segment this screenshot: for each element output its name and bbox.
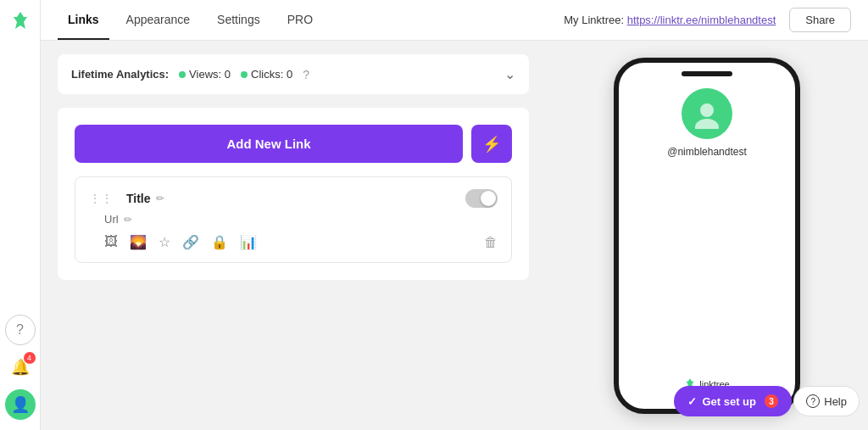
help-circle-icon: ? <box>806 394 820 408</box>
link-card-header: ⋮⋮ Title ✏ <box>89 189 498 208</box>
analytics-label: Lifetime Analytics: <box>71 68 169 81</box>
views-dot <box>179 71 186 78</box>
right-panel: @nimblehandtest linktree ✓ Get set up 3 … <box>546 41 868 430</box>
get-set-up-label: Get set up <box>702 395 756 408</box>
add-new-link-button[interactable]: Add New Link <box>75 125 463 163</box>
add-link-section: Add New Link ⚡ ⋮⋮ Title ✏ <box>58 108 529 280</box>
link-icon[interactable]: 🔗 <box>182 234 199 250</box>
link-card-actions: 🖼 🌄 ☆ 🔗 🔒 📊 🗑 <box>104 234 498 250</box>
views-value: Views: 0 <box>189 68 231 81</box>
tab-pro[interactable]: PRO <box>277 0 323 40</box>
linktree-url-label: My Linktree: https://linktr.ee/nimblehan… <box>564 14 776 26</box>
share-button[interactable]: Share <box>789 8 851 32</box>
link-card-title-row: Title ✏ <box>126 192 164 205</box>
action-icons-group: 🖼 🌄 ☆ 🔗 🔒 📊 <box>104 234 484 250</box>
notification-sidebar-icon[interactable]: 🔔 4 <box>5 352 36 383</box>
toggle-knob <box>481 191 496 206</box>
topnav-right: My Linktree: https://linktr.ee/nimblehan… <box>564 8 851 32</box>
phone-notch <box>682 71 732 76</box>
phone-username: @nimblehandtest <box>667 146 747 158</box>
linktree-url-link[interactable]: https://linktr.ee/nimblehandtest <box>627 14 776 26</box>
tab-links[interactable]: Links <box>58 0 109 40</box>
notification-badge: 4 <box>24 352 36 364</box>
link-card-url-row: Url ✏ <box>104 213 498 226</box>
url-label: Url <box>104 213 119 226</box>
topnav: Links Appearance Settings PRO My Linktre… <box>41 0 868 41</box>
help-label: Help <box>824 395 847 408</box>
delete-icon[interactable]: 🗑 <box>484 235 498 250</box>
analytics-chevron-icon[interactable]: ⌄ <box>504 66 515 82</box>
chart-icon[interactable]: 📊 <box>240 234 257 250</box>
views-stat: Views: 0 <box>179 68 231 81</box>
left-panel: Lifetime Analytics: Views: 0 Clicks: 0 ?… <box>41 41 546 430</box>
add-link-row: Add New Link ⚡ <box>75 125 512 163</box>
get-set-up-button[interactable]: ✓ Get set up 3 <box>674 386 792 416</box>
tab-settings[interactable]: Settings <box>207 0 270 40</box>
link-card: ⋮⋮ Title ✏ Url ✏ <box>75 176 512 263</box>
analytics-help-icon[interactable]: ? <box>303 68 309 81</box>
drag-handle-icon[interactable]: ⋮⋮ <box>89 192 113 205</box>
thumbnail-icon[interactable]: 🖼 <box>104 234 118 250</box>
analytics-bar: Lifetime Analytics: Views: 0 Clicks: 0 ?… <box>58 54 529 94</box>
avatar-sidebar-icon[interactable]: 👤 <box>5 389 36 420</box>
sidebar: ? 🔔 4 👤 <box>0 0 41 430</box>
main-area: Links Appearance Settings PRO My Linktre… <box>41 0 868 430</box>
svg-point-1 <box>695 119 719 129</box>
link-card-title: Title <box>126 192 151 205</box>
sidebar-logo <box>10 10 31 36</box>
lightning-button[interactable]: ⚡ <box>471 125 512 163</box>
get-set-up-badge: 3 <box>765 394 778 408</box>
link-toggle[interactable] <box>465 189 498 208</box>
clicks-stat: Clicks: 0 <box>241 68 292 81</box>
help-sidebar-icon[interactable]: ? <box>5 315 36 345</box>
svg-point-0 <box>700 103 714 117</box>
lock-icon[interactable]: 🔒 <box>211 234 228 250</box>
clicks-value: Clicks: 0 <box>251 68 292 81</box>
star-icon[interactable]: ☆ <box>159 234 170 250</box>
tab-appearance[interactable]: Appearance <box>116 0 201 40</box>
title-edit-icon[interactable]: ✏ <box>156 193 164 204</box>
checkmark-icon: ✓ <box>687 395 697 408</box>
clicks-dot <box>241 71 248 78</box>
image-icon[interactable]: 🌄 <box>130 234 147 250</box>
phone-frame: @nimblehandtest linktree <box>614 58 800 414</box>
help-button[interactable]: ? Help <box>793 386 860 416</box>
phone-avatar <box>682 88 732 139</box>
content-area: Lifetime Analytics: Views: 0 Clicks: 0 ?… <box>41 41 868 430</box>
url-edit-icon[interactable]: ✏ <box>124 214 132 226</box>
